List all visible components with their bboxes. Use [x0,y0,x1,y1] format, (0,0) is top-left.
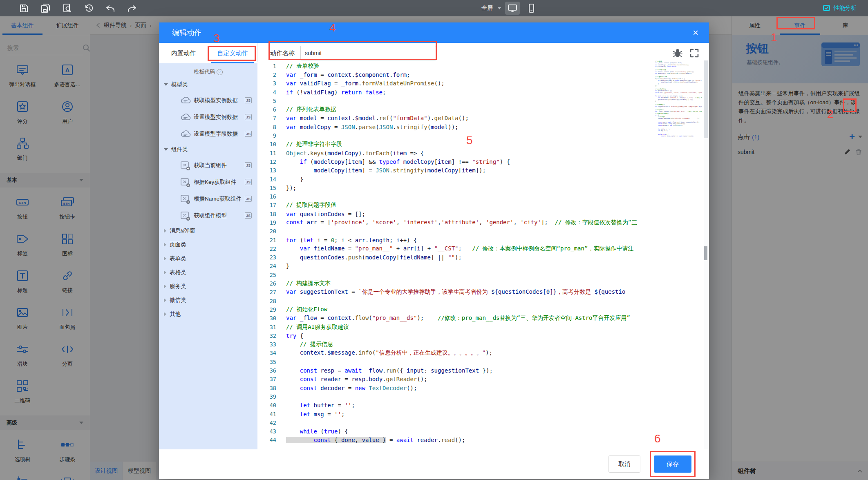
code-line[interactable]: 21for (let i = 0; i < arr.length; i++) { [257,236,704,244]
code-line[interactable]: 24} [257,262,704,270]
performance-icon [823,4,831,12]
code-line[interactable]: 1// 表单校验 [257,62,704,70]
code-line[interactable]: 20 [257,227,704,236]
save-icon[interactable] [19,3,29,13]
tree-group-服务类[interactable]: 服务类 [159,279,257,293]
code-line[interactable]: 8var modelCopy = JSON.parse(JSON.stringi… [257,123,704,131]
code-line[interactable]: 23 questionCodes.push(modelCopy[fieldNam… [257,253,704,262]
code-line[interactable]: 31// 调用AI服务获取建议 [257,323,704,331]
code-line[interactable]: 34 context.$message.info("信息分析中，正在生成建议。。… [257,349,704,357]
cloud-icon [179,112,191,123]
code-editor[interactable]: 1// 表单校验2var _form = context.$component.… [257,62,704,449]
code-line[interactable]: 19const arr = ['province', 'score', 'int… [257,218,704,227]
tree-leaf-设置模型字段数据[interactable]: 设置模型字段数据JS [159,125,257,142]
code-line[interactable]: 35 [257,357,704,366]
code-line[interactable]: 2var _form = context.$component.form; [257,70,704,79]
preview-icon[interactable] [62,3,72,13]
fullscreen-expand-icon[interactable] [689,48,699,58]
save-all-icon[interactable] [40,3,50,13]
tree-leaf-获取模型实例数据[interactable]: 获取模型实例数据JS [159,92,257,109]
code-line[interactable]: 3var validFlag = _form.formValidateUnPro… [257,79,704,88]
code-line[interactable]: 13 modelCopy[item] = JSON.stringify(mode… [257,166,704,175]
code-line[interactable]: 4if (!validFlag) return false; [257,88,704,96]
debug-icon[interactable] [672,48,683,58]
code-line[interactable]: 6// 序列化表单数据 [257,105,704,114]
tree-leaf-根据Key获取组件[interactable]: 根据Key获取组件JS [159,174,257,190]
code-line[interactable]: 30var _flow = context.flow("pro_man__ds"… [257,314,704,323]
js-badge-icon: JS [245,179,252,185]
code-line[interactable]: 15}); [257,183,704,192]
close-icon[interactable]: × [693,28,698,38]
desktop-icon[interactable] [505,2,520,15]
action-name-row: 动作名称 [257,43,709,63]
tree-leaf-根据Name获取组件[interactable]: 根据Name获取组件JS [159,190,257,207]
code-line[interactable]: 39 [257,392,704,401]
editor-scrollbar[interactable] [704,60,708,449]
tree-group-组件类[interactable]: 组件类 [159,142,257,157]
code-line[interactable]: 25 [257,270,704,279]
code-line[interactable]: 9 [257,131,704,140]
top-toolbar: 全屏 性能分析 [0,0,868,16]
tree-leaf-获取组件模型[interactable]: 获取组件模型JS [159,207,257,224]
code-line[interactable]: 43 while (true) { [257,427,704,435]
tree-group-表格类[interactable]: 表格类 [159,266,257,279]
code-line[interactable]: 17// 提取问题字段值 [257,201,704,210]
code-line[interactable]: 18var questionCodes = []; [257,210,704,218]
js-badge-icon: JS [245,97,252,103]
chevron-down-icon [164,148,168,151]
tree-group-表单类[interactable]: 表单类 [159,252,257,266]
cancel-button[interactable]: 取消 [608,455,640,473]
code-line[interactable]: 32try { [257,331,704,340]
code-line[interactable]: 5 [257,96,704,105]
code-line[interactable]: 7var model = context.$model.ref("formDat… [257,114,704,123]
undo-icon[interactable] [105,3,115,13]
action-tab-自定义动作[interactable]: 自定义动作 [208,43,257,63]
code-line[interactable]: 11Object.keys(modelCopy).forEach(item =>… [257,149,704,157]
tree-group-其他[interactable]: 其他 [159,307,257,321]
save-button[interactable]: 保存 [654,455,691,473]
js-badge-icon: JS [245,162,252,168]
code-line[interactable]: 12 if (modelCopy[item] && typeof modelCo… [257,157,704,166]
code-minimap[interactable]: // 表单校验 var _form = context.$component.f… [655,60,702,137]
tree-leaf-设置模型实例数据[interactable]: 设置模型实例数据JS [159,109,257,125]
code-line[interactable]: 44 const { done, value } = await reader.… [257,436,704,444]
history-icon[interactable] [84,3,94,13]
code-line[interactable]: 36 const resp = await _flow.run({ input:… [257,366,704,375]
code-line[interactable]: 40 let buffer = ''; [257,401,704,410]
chevron-down-icon [164,83,168,86]
component-icon [179,176,191,188]
chevron-right-icon [164,243,166,247]
code-line[interactable]: 22 var fieldName = "pro_man__" + arr[i] … [257,244,704,253]
help-icon[interactable]: ? [217,69,223,75]
code-line[interactable]: 28 [257,297,704,305]
fullscreen-label[interactable]: 全屏 [481,4,493,12]
code-line[interactable]: 42 [257,418,704,427]
performance-analysis[interactable]: 性能分析 [823,0,857,16]
code-line[interactable]: 26// 构建提示文本 [257,279,704,288]
tree-group-微信类[interactable]: 微信类 [159,293,257,307]
action-name-input[interactable] [300,46,436,60]
code-line[interactable]: 29// 初始化Flow [257,305,704,314]
code-line[interactable]: 37 const reader = resp.body.getReader(); [257,375,704,384]
scrollbar-thumb[interactable] [704,60,708,138]
viewport-switcher: 全屏 [481,0,539,16]
chevron-down-icon[interactable] [498,7,501,9]
code-line[interactable]: 33 // 提示信息 [257,340,704,349]
cloud-icon [179,128,191,140]
action-tab-内置动作[interactable]: 内置动作 [159,43,208,63]
code-line[interactable]: 10// 处理非字符串字段 [257,140,704,149]
chevron-right-icon [164,229,166,233]
redo-icon[interactable] [127,3,137,13]
js-badge-icon: JS [245,212,252,219]
code-line[interactable]: 16 [257,192,704,201]
tree-group-模型类[interactable]: 模型类 [159,77,257,92]
tree-group-消息&弹窗[interactable]: 消息&弹窗 [159,224,257,238]
code-line[interactable]: 27var suggestionText = `你是一个专业的大学推荐助手，该学… [257,288,704,297]
code-line[interactable]: 14 } [257,175,704,183]
chevron-right-icon [164,257,166,261]
mobile-icon[interactable] [524,2,539,15]
code-line[interactable]: 41 let msg = ''; [257,410,704,418]
tree-leaf-获取当前组件[interactable]: 获取当前组件JS [159,157,257,174]
code-line[interactable]: 38 const decoder = new TextDecoder(); [257,384,704,392]
tree-group-页面类[interactable]: 页面类 [159,238,257,252]
